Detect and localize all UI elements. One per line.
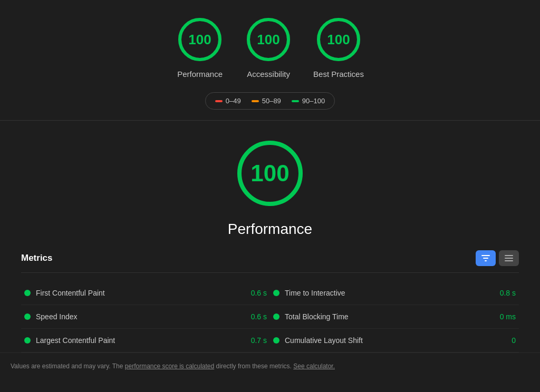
metric-value-tti: 0.8 s [495, 289, 516, 297]
metric-name-si: Speed Index [36, 312, 240, 321]
metric-value-lcp: 0.7 s [246, 336, 267, 345]
top-section: 100 Performance 100 Accessibility [0, 0, 540, 121]
metric-value-tbt: 0 ms [495, 312, 516, 321]
metric-name-cls: Cumulative Layout Shift [285, 336, 489, 345]
legend-item-low: 0–49 [215, 97, 241, 105]
footer-text-mid: directly from these metrics. [216, 362, 292, 370]
metrics-header: Metrics [21, 250, 519, 273]
footer-link-calculator[interactable]: performance score is calculated [125, 362, 214, 370]
metrics-heading: Metrics [21, 253, 53, 263]
metric-value-cls: 0 [495, 336, 516, 345]
legend-dot-high [292, 100, 299, 102]
score-item-accessibility: 100 Accessibility [245, 16, 292, 79]
performance-title: Performance [228, 221, 312, 238]
footer-text-prefix: Values are estimated and may vary. The [11, 362, 123, 370]
metrics-section: Metrics [16, 250, 524, 352]
metric-name-fcp: First Contentful Paint [36, 289, 240, 297]
filter-button[interactable] [476, 250, 496, 266]
list-button[interactable] [499, 250, 519, 266]
legend-dot-mid [252, 100, 259, 102]
legend-item-high: 90–100 [292, 97, 325, 105]
metrics-controls [476, 250, 519, 266]
score-label-best-practices-small: Best Practices [313, 70, 364, 79]
svg-rect-9 [483, 258, 488, 259]
metric-row-si: Speed Index 0.6 s [21, 305, 270, 329]
metric-dot-tti [273, 290, 279, 296]
score-value-accessibility-small: 100 [257, 32, 279, 48]
metric-dot-lcp [24, 337, 31, 344]
legend-item-mid: 50–89 [252, 97, 281, 105]
svg-rect-11 [505, 255, 513, 256]
circle-performance-small: 100 [176, 16, 224, 63]
legend: 0–49 50–89 90–100 [205, 92, 335, 110]
metric-value-fcp: 0.6 s [246, 289, 267, 297]
metric-name-lcp: Largest Contentful Paint [36, 336, 240, 345]
circle-best-practices-small: 100 [315, 16, 362, 63]
svg-rect-13 [505, 260, 513, 261]
metric-dot-fcp [24, 290, 31, 296]
score-circles: 100 Performance 100 Accessibility [176, 16, 364, 79]
score-value-performance-large: 100 [250, 160, 289, 187]
score-value-best-practices-small: 100 [327, 32, 350, 48]
metric-dot-tbt [273, 313, 279, 320]
metric-name-tti: Time to Interactive [285, 289, 489, 297]
circle-performance-large: 100 [233, 136, 307, 210]
svg-rect-12 [505, 258, 513, 259]
metric-row-tbt: Total Blocking Time 0 ms [270, 305, 519, 329]
metric-row-lcp: Largest Contentful Paint 0.7 s [21, 329, 270, 352]
metric-dot-cls [273, 337, 279, 344]
footer-note: Values are estimated and may vary. The p… [0, 352, 540, 379]
svg-rect-10 [485, 260, 487, 261]
main-section: 100 Performance Metrics [0, 121, 540, 352]
metrics-grid: First Contentful Paint 0.6 s Time to Int… [21, 281, 519, 352]
score-item-best-practices: 100 Best Practices [313, 16, 364, 79]
footer-link-see-calculator[interactable]: See calculator. [293, 362, 335, 370]
legend-label-low: 0–49 [226, 97, 241, 105]
metric-row-tti: Time to Interactive 0.8 s [270, 281, 519, 305]
metric-row-fcp: First Contentful Paint 0.6 s [21, 281, 270, 305]
metric-dot-si [24, 313, 31, 320]
score-item-performance: 100 Performance [176, 16, 224, 79]
score-label-accessibility-small: Accessibility [247, 70, 290, 79]
legend-label-mid: 50–89 [262, 97, 281, 105]
metric-value-si: 0.6 s [246, 312, 267, 321]
legend-label-high: 90–100 [302, 97, 325, 105]
score-value-performance-small: 100 [188, 32, 211, 48]
score-label-performance-small: Performance [177, 70, 223, 79]
metric-row-cls: Cumulative Layout Shift 0 [270, 329, 519, 352]
circle-accessibility-small: 100 [245, 16, 292, 63]
metric-name-tbt: Total Blocking Time [285, 312, 489, 321]
svg-rect-8 [481, 255, 490, 256]
legend-dot-low [215, 100, 223, 102]
